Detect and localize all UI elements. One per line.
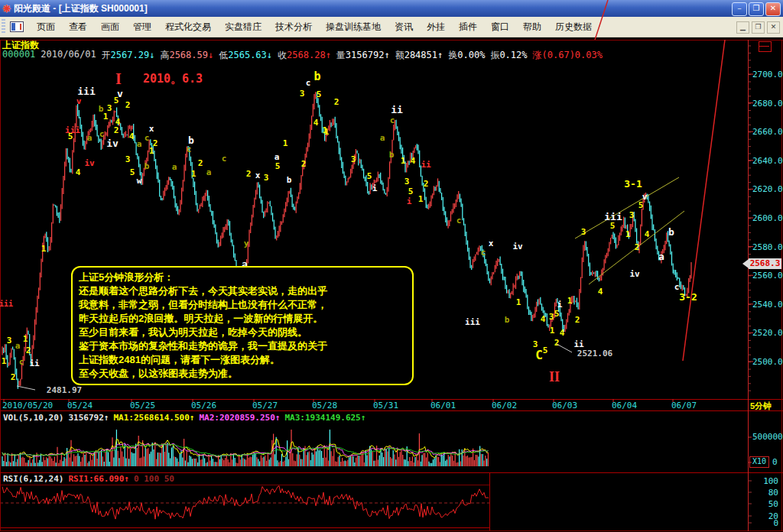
wave-label: 1 [625, 230, 631, 238]
analysis-line: 我意料，非常之弱，但看分时结构上也没有什么不正常， [79, 298, 406, 312]
restore-button[interactable]: ❐ [749, 2, 764, 16]
indicator-segment: VOL(5,10,20) [3, 413, 63, 423]
menu-item-13[interactable]: 历史数据 [548, 18, 599, 36]
wave-label: i [407, 197, 412, 206]
wave-label: ii [29, 359, 39, 368]
analysis-line: 上证5分钟浪形分析： [79, 271, 406, 284]
current-price-tag: 2568.3 [749, 258, 781, 269]
rsi-indicator-label: RSI(6,12,24) RSI1:66.090↑0 100 50 [3, 474, 174, 484]
close-button[interactable]: ✕ [765, 2, 781, 16]
wave-label: 2 [114, 126, 119, 135]
wave-label: 2 [575, 316, 580, 324]
wave-label: 3 [125, 155, 131, 164]
date-label: 2010/05/20 [2, 401, 53, 410]
wave-label: 5 [638, 201, 644, 209]
analysis-line: 上证指数2481的问题，请看下一涨图表分解。 [79, 353, 406, 367]
indicator-segment: MA2:2020859.250↑ [199, 413, 280, 423]
mdi-close-button[interactable]: ✕ [767, 21, 780, 34]
wave-label: 2010。6.3 [143, 73, 203, 85]
wave-label: I [115, 71, 122, 86]
date-label: 05/28 [312, 401, 337, 410]
wave-label: 1 [23, 335, 28, 343]
price-label: 2500.0 [752, 358, 783, 366]
wave-label: 2481.97 [47, 386, 82, 394]
wave-label: b [505, 316, 510, 324]
date-label: 05/25 [130, 401, 155, 410]
wave-label: 3 [300, 89, 305, 98]
wave-label: iii [465, 318, 480, 326]
toolbar-grip[interactable] [2, 19, 5, 34]
wave-label: 2 [334, 98, 340, 106]
app-icon: ❋ [0, 3, 14, 15]
wave-label: w [137, 177, 142, 185]
wave-label: 5 [114, 96, 119, 105]
wave-label: 3 [549, 313, 554, 321]
indicator-segment: RSI1:66.090↑ [68, 474, 128, 484]
price-label: 2640.0 [752, 157, 783, 165]
mdi-minimize-button[interactable]: ▁ [736, 21, 749, 34]
wave-label: 4 [129, 132, 135, 141]
quote-info-line: 0000012010/06/01开2567.29↓高2568.59↓低2565.… [2, 49, 603, 62]
menu-item-3[interactable]: 管理 [126, 18, 158, 36]
wave-label: 1 [567, 297, 573, 305]
timeframe-label[interactable]: 5分钟 [750, 401, 772, 412]
menu-item-10[interactable]: 插件 [452, 18, 484, 36]
wave-label: 1 [516, 298, 521, 307]
wave-label: iii [0, 300, 13, 308]
title-bar: ❋ 阳光殿道 - [上证指数 SH000001] [0, 0, 783, 17]
wave-label: 4 [411, 157, 416, 165]
indicator-segment: MA3:1934149.625↑ [284, 413, 366, 423]
wave-label: 1 [149, 147, 154, 155]
mini-window-icon[interactable] [759, 41, 772, 52]
wave-label: ii [573, 340, 583, 349]
quote-field: 振0.12% [490, 49, 527, 62]
menu-item-6[interactable]: 技术分析 [268, 18, 319, 36]
wave-label: a [137, 140, 142, 148]
analysis-line: 昨天拉起后的2浪回撤。明天拉起，一波新的行情展开。 [79, 312, 406, 326]
minimize-button[interactable]: － [732, 2, 747, 16]
wave-label: b [389, 151, 395, 159]
analysis-line: 至今天收盘，以这张图表走势为准。 [79, 367, 406, 381]
menu-item-1[interactable]: 查看 [62, 18, 94, 36]
wave-label: 3 [533, 340, 538, 349]
wave-label: 3 [629, 211, 635, 219]
volume-indicator-label: VOL(5,10,20) 3156792↑MA1:2568614.500↑MA2… [3, 413, 366, 423]
wave-label: 4 [598, 287, 603, 296]
wave-label: i [557, 300, 563, 309]
volume-unit-badge: X10 [749, 456, 769, 468]
wave-label: i [372, 184, 378, 193]
menu-item-4[interactable]: 程式化交易 [158, 18, 218, 36]
menu-item-7[interactable]: 操盘训练基地 [319, 18, 388, 36]
wave-label: 3 [581, 228, 586, 236]
wave-label: 5 [408, 187, 414, 196]
menu-item-8[interactable]: 资讯 [388, 18, 420, 36]
volume-scale-label: 500000 [752, 433, 783, 441]
menu-item-9[interactable]: 外挂 [420, 18, 452, 36]
wave-label: x [149, 125, 154, 133]
menu-item-0[interactable]: 页面 [30, 18, 62, 36]
wave-label: a [380, 134, 385, 142]
wave-label: 5 [317, 90, 322, 99]
wave-label: c [674, 283, 680, 291]
mdi-restore-button[interactable]: ❐ [752, 21, 765, 34]
quote-field: 低2565.63↓ [219, 49, 272, 62]
wave-label: 3-2 [679, 292, 697, 302]
wave-label: 3 [264, 174, 269, 182]
analysis-line: 至少目前来看，我认为明天拉起，吃掉今天的阴线。 [79, 326, 406, 339]
menu-item-5[interactable]: 实盘猎庄 [218, 18, 268, 36]
quote-field: 收2568.28↑ [278, 49, 331, 62]
quote-field: 高2568.59↓ [160, 49, 213, 62]
price-label: 2620.0 [752, 185, 783, 193]
wave-label: 4 [560, 329, 565, 337]
wave-label: 1 [41, 245, 47, 253]
menu-bar: 页面查看画面管理程式化交易实盘猎庄技术分析操盘训练基地资讯外挂插件窗口帮助历史数… [0, 17, 783, 37]
quote-field: 换0.00% [448, 49, 485, 62]
quote-field: 额284851↑ [395, 49, 443, 62]
menu-item-12[interactable]: 帮助 [516, 18, 548, 36]
wave-label: 5 [275, 162, 281, 170]
wave-label: iv [106, 138, 119, 148]
wave-label: iii [65, 126, 80, 135]
wave-label: x [489, 239, 494, 248]
menu-item-2[interactable]: 画面 [94, 18, 126, 36]
menu-item-11[interactable]: 窗口 [484, 18, 516, 36]
